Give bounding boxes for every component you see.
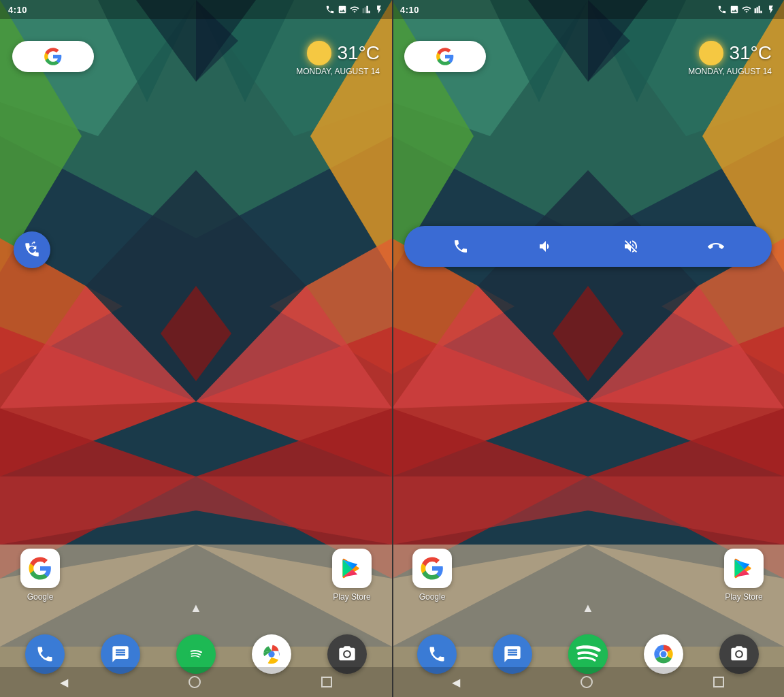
weather-date-left: MONDAY, AUGUST 14 (296, 67, 380, 76)
call-bar-hangup-icon (708, 238, 724, 255)
weather-date-right: MONDAY, AUGUST 14 (688, 67, 772, 76)
nav-bar-left: ◀ (0, 667, 392, 697)
camera-dock-icon-left (338, 645, 357, 664)
left-phone-screen: 4:10 (0, 0, 392, 697)
playstore-app-icon-left (340, 556, 364, 581)
weather-sun-icon-left (307, 41, 331, 65)
screen-divider (392, 0, 393, 697)
weather-top-left: 31°C (307, 41, 380, 65)
weather-widget-left: 31°C MONDAY, AUGUST 14 (296, 41, 380, 76)
weather-widget-right: 31°C MONDAY, AUGUST 14 (688, 41, 772, 76)
chrome-dock-icon-left (262, 645, 281, 664)
call-bubble-left[interactable] (14, 231, 50, 268)
call-refresh-icon-left (22, 240, 42, 259)
playstore-app-label-right: Play Store (725, 592, 762, 602)
status-bar-left: 4:10 (0, 0, 392, 19)
playstore-app-right[interactable]: Play Store (724, 549, 764, 602)
home-apps-right: Google (392, 549, 784, 602)
call-bar-right[interactable] (404, 226, 772, 267)
playstore-app-left[interactable]: Play Store (332, 549, 372, 602)
right-phone-screen: 4:10 (392, 0, 784, 697)
battery-status-icon-right (766, 5, 776, 14)
google-search-bar-right[interactable] (404, 41, 486, 72)
phone-status-icon-left (325, 5, 335, 14)
google-logo-left (44, 47, 63, 66)
google-app-icon-right (420, 556, 444, 581)
playstore-app-icon-right (732, 556, 756, 581)
nav-home-left[interactable] (189, 676, 201, 688)
google-search-bar-left[interactable] (12, 41, 94, 72)
call-bar-volume-btn[interactable] (534, 234, 558, 259)
google-logo-right (436, 47, 455, 66)
weather-top-right: 31°C (699, 41, 772, 65)
playstore-app-label-left: Play Store (333, 592, 370, 602)
camera-dock-icon-right (730, 645, 749, 664)
phone-dock-icon-right (427, 645, 446, 664)
call-bar-phone-icon (453, 238, 469, 255)
weather-sun-icon-right (699, 41, 723, 65)
signal-status-icon-right (754, 5, 764, 14)
drawer-arrow-left[interactable]: ▲ (190, 601, 202, 615)
gallery-status-icon-left (338, 5, 347, 14)
signal-status-icon-left (362, 5, 372, 14)
battery-status-icon-left (374, 5, 384, 14)
nav-bar-right: ◀ (392, 667, 784, 697)
wifi-status-icon-left (350, 5, 359, 14)
google-app-left[interactable]: Google (20, 549, 60, 602)
chrome-dock-icon-right (652, 643, 675, 666)
weather-temp-right: 31°C (729, 42, 772, 64)
status-icons-right (717, 5, 776, 14)
call-bar-phone-btn[interactable] (448, 234, 473, 259)
messages-dock-icon-right (503, 645, 522, 664)
nav-back-right[interactable]: ◀ (452, 676, 460, 689)
google-app-label-left: Google (27, 592, 54, 602)
call-bar-mute-btn[interactable] (619, 234, 643, 259)
call-bar-hangup-btn[interactable] (704, 234, 728, 259)
nav-back-left[interactable]: ◀ (60, 676, 68, 689)
drawer-arrow-right[interactable]: ▲ (582, 601, 594, 615)
phone-dock-icon-left (35, 645, 54, 664)
nav-recents-left[interactable] (321, 677, 332, 687)
nav-home-right[interactable] (581, 676, 593, 688)
messages-dock-icon-left (111, 645, 130, 664)
gallery-status-icon-right (730, 5, 739, 14)
status-time-right: 4:10 (400, 5, 419, 15)
call-bar-mute-icon (623, 238, 639, 255)
call-bar-volume-icon (538, 238, 554, 255)
wifi-status-icon-right (742, 5, 751, 14)
nav-recents-right[interactable] (713, 677, 724, 687)
status-icons-left (325, 5, 384, 14)
spotify-dock-icon-left (186, 645, 206, 664)
google-app-icon-left (28, 556, 52, 581)
status-time-left: 4:10 (8, 5, 27, 15)
status-bar-right: 4:10 (392, 0, 784, 19)
svg-point-55 (661, 651, 667, 658)
google-app-label-right: Google (419, 592, 446, 602)
home-apps-left: Google (0, 549, 392, 602)
google-app-right[interactable]: Google (412, 549, 452, 602)
weather-temp-left: 31°C (337, 42, 380, 64)
phone-status-icon-right (717, 5, 727, 14)
